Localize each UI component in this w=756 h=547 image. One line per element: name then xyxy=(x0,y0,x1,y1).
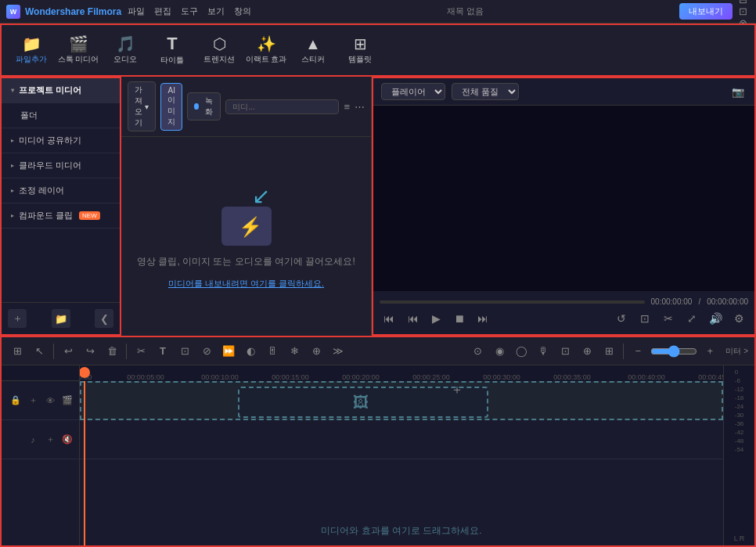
stop-button[interactable]: ⏹ xyxy=(450,309,469,328)
preview-toolbar: 플레이어 전체 품질 📷 xyxy=(373,78,754,106)
track-video-add[interactable]: ＋ xyxy=(26,394,40,408)
screen-tool[interactable]: ⊞ xyxy=(599,342,618,361)
media-search-input[interactable] xyxy=(225,99,339,114)
progress-bar-track[interactable] xyxy=(380,300,645,304)
play-button[interactable]: ▶ xyxy=(427,309,445,328)
sidebar-cloud-media-label: 클라우드 미디어 xyxy=(19,160,81,171)
drop-link[interactable]: 미디어를 내보내려면 여기를 클릭하세요. xyxy=(168,278,324,290)
left-panel-content: ▾ 프로젝트 미디어 폴더 ▸ 미디어 공유하기 ▸ 클라우드 미디어 ▸ 조정… xyxy=(0,77,371,336)
sidebar-compound-clip[interactable]: ▸ 컴파운드 클립 NEW xyxy=(2,203,120,229)
cut-tool[interactable]: ✂ xyxy=(131,342,150,361)
sidebar-folder-button[interactable]: 📁 xyxy=(52,309,70,328)
title-center: 재목 없음 xyxy=(447,5,484,17)
sidebar-folder[interactable]: 폴더 xyxy=(2,103,120,128)
snap-button[interactable]: ⊙ xyxy=(468,342,487,361)
separator-1 xyxy=(53,344,54,359)
toolbar-file-add[interactable]: 📁 파일추가 xyxy=(8,27,55,73)
preview-area xyxy=(373,106,754,291)
crop-tool[interactable]: ⊡ xyxy=(175,342,194,361)
export-button[interactable]: 내보내기 xyxy=(679,3,733,20)
track-audio-note[interactable]: ♪ xyxy=(26,433,40,447)
menu-view[interactable]: 보기 xyxy=(207,5,225,17)
lock-tool[interactable]: ◯ xyxy=(512,342,531,361)
fullscreen-button[interactable]: ⤢ xyxy=(682,309,701,328)
ai-tool[interactable]: ⊕ xyxy=(307,342,326,361)
sidebar-adjustment-layer[interactable]: ▸ 조정 레이어 xyxy=(2,178,120,203)
mic-tool[interactable]: 🎙 xyxy=(534,342,553,361)
player-select[interactable]: 플레이어 xyxy=(381,83,445,100)
import-chevron-icon: ▾ xyxy=(145,103,149,111)
step-back-button[interactable]: ⏭ xyxy=(403,309,422,328)
total-time: 00:00:00:00 xyxy=(707,297,748,306)
step-forward-button[interactable]: ⏭ xyxy=(473,309,492,328)
effect-icon: ✨ xyxy=(257,36,276,52)
text-tool[interactable]: T xyxy=(153,342,172,361)
sidebar-share-media[interactable]: ▸ 미디어 공유하기 xyxy=(2,128,120,153)
sidebar-add-button[interactable]: ＋ xyxy=(8,309,27,328)
effect-label: 이랙트 효과 xyxy=(246,55,287,64)
timeline-ruler: 00:00 00:00:05:00 00:00:10:00 00:00:15:0… xyxy=(80,365,723,381)
project-title: 재목 없음 xyxy=(447,6,484,16)
playhead[interactable] xyxy=(84,381,85,545)
menu-edit[interactable]: 편집 xyxy=(154,5,171,17)
ai-image-btn[interactable]: AI 이미지 xyxy=(160,83,182,131)
record-btn[interactable]: 녹화 xyxy=(187,92,221,121)
audio-tool[interactable]: 🎚 xyxy=(263,342,282,361)
toolbar-template[interactable]: ⊞ 템플릿 xyxy=(337,27,383,73)
rewind-button[interactable]: ⏮ xyxy=(380,309,398,328)
menu-file[interactable]: 파일 xyxy=(128,5,145,17)
toolbar-stock-media[interactable]: 🎬 스톡 미디어 xyxy=(55,27,102,73)
sidebar-project-media[interactable]: ▾ 프로젝트 미디어 xyxy=(2,78,120,103)
volume-button[interactable]: 🔊 xyxy=(706,309,725,328)
delete-button[interactable]: 🗑 xyxy=(103,342,121,361)
sidebar-share-media-label: 미디어 공유하기 xyxy=(19,135,81,146)
color-tool[interactable]: ◐ xyxy=(241,342,260,361)
sidebar-project-media-label: 프로젝트 미디어 xyxy=(19,85,81,96)
split-button[interactable]: ✂ xyxy=(659,309,678,328)
track-video-eye[interactable]: 👁 xyxy=(43,394,57,408)
track-video-lock[interactable]: 🔒 xyxy=(9,394,23,408)
redo-button[interactable]: ↪ xyxy=(81,342,99,361)
track-label-video: 🔒 ＋ 👁 🎬 xyxy=(2,381,79,420)
toolbar-sticker[interactable]: ▲ 스티커 xyxy=(290,27,337,73)
chevron-right-icon-comp: ▸ xyxy=(11,212,14,219)
toolbar-effect[interactable]: ✨ 이랙트 효과 xyxy=(243,27,290,73)
zoom-in-button[interactable]: + xyxy=(700,342,719,361)
chevron-down-icon: ▾ xyxy=(11,87,14,94)
zoom-out-button[interactable]: − xyxy=(628,342,647,361)
settings-button[interactable]: ⚙ xyxy=(729,309,748,328)
plugin-tool[interactable]: ⊡ xyxy=(556,342,574,361)
freeze-tool[interactable]: ❄ xyxy=(285,342,304,361)
sidebar-collapse-button[interactable]: ❮ xyxy=(95,309,113,328)
zoom-slider[interactable] xyxy=(650,345,697,358)
time-separator: / xyxy=(698,297,700,306)
in-out-button[interactable]: ⊡ xyxy=(635,309,654,328)
audio-track xyxy=(80,420,723,459)
toolbar-audio[interactable]: 🎵 오디오 xyxy=(102,27,149,73)
quality-select[interactable]: 전체 품질 xyxy=(452,83,519,100)
more-options-icon[interactable]: ⋯ xyxy=(355,98,365,115)
chevron-right-icon-adj: ▸ xyxy=(11,187,14,194)
loop-button[interactable]: ↺ xyxy=(612,309,631,328)
filter-icon[interactable]: ≡ xyxy=(344,98,350,115)
undo-button[interactable]: ↩ xyxy=(59,342,77,361)
import-filter-btn[interactable]: 가져오기 ▾ xyxy=(128,81,156,131)
track-audio-mute[interactable]: 🔇 xyxy=(60,433,74,447)
playback-tool[interactable]: ◉ xyxy=(490,342,509,361)
sticker-label: 스티커 xyxy=(301,55,325,64)
menu-creative[interactable]: 창의 xyxy=(234,5,251,17)
preview-screenshot-icon[interactable]: 📷 xyxy=(729,83,747,100)
speed-tool[interactable]: ⏩ xyxy=(219,342,238,361)
menu-tools[interactable]: 도구 xyxy=(181,5,198,17)
drop-lightning-icon: ⚡ xyxy=(239,216,262,238)
toolbar-transition[interactable]: ⬡ 트렌지션 xyxy=(196,27,243,73)
add-media-button[interactable]: ⊞ xyxy=(8,342,27,361)
toolbar-title[interactable]: T 타이틀 xyxy=(149,27,196,73)
more-tools-button[interactable]: ≫ xyxy=(329,342,347,361)
track-video-clip[interactable]: 🎬 xyxy=(60,394,74,408)
sidebar-cloud-media[interactable]: ▸ 클라우드 미디어 xyxy=(2,153,120,178)
track-add-tool[interactable]: ⊕ xyxy=(578,342,596,361)
split-tool[interactable]: ⊘ xyxy=(197,342,216,361)
select-tool-button[interactable]: ↖ xyxy=(30,342,49,361)
track-audio-add[interactable]: ＋ xyxy=(43,433,57,447)
